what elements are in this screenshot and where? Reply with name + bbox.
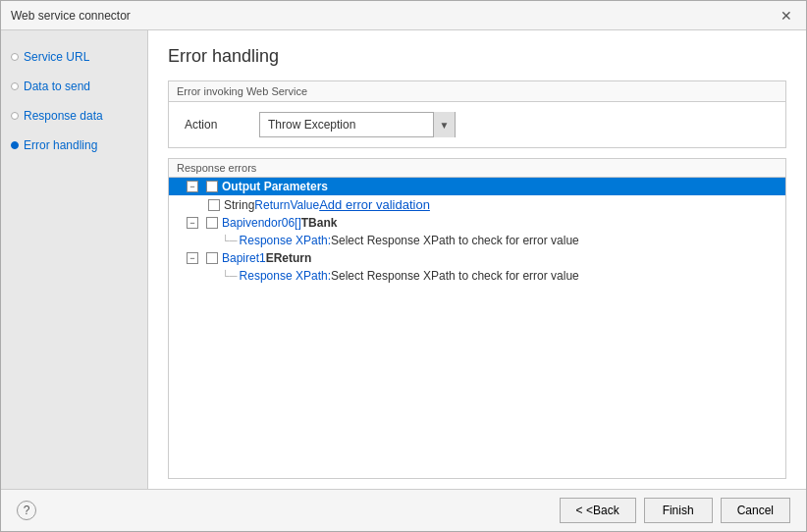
dialog-footer: ? < <Back Finish Cancel — [1, 489, 806, 531]
tree-row-ereturn-xpath: └─ Response XPath: Select Response XPath… — [169, 267, 785, 285]
label-return-value-blue: ReturnValue — [254, 198, 319, 212]
label-tbank-blue: Bapivendor06[] — [222, 216, 301, 230]
sidebar-item-error-handling[interactable]: Error handling — [11, 138, 137, 152]
label-return-value-prefix: String — [224, 198, 254, 212]
dialog-body: Service URL Data to send Response data E… — [1, 30, 806, 489]
expander-tbank[interactable]: − — [187, 217, 198, 229]
action-dropdown[interactable]: Throw Exception ▼ — [259, 112, 456, 137]
tree-row-tbank-xpath: └─ Response XPath: Select Response XPath… — [169, 232, 785, 249]
error-invoking-label: Error invoking Web Service — [169, 81, 785, 102]
label-ereturn-blue: Bapiret1 — [222, 251, 266, 265]
title-bar: Web service connector ✕ — [1, 1, 806, 30]
action-label: Action — [185, 118, 243, 132]
footer-left: ? — [17, 501, 552, 520]
label-tbank-xpath-italic: Response XPath: — [240, 234, 331, 247]
tree-row-output-parameters[interactable]: − Output Parameters — [169, 178, 785, 195]
checkbox-output-parameters[interactable] — [206, 181, 218, 192]
sidebar-label-error-handling: Error handling — [24, 138, 97, 152]
connector-ereturn: └─ — [222, 270, 238, 282]
expander-output-parameters[interactable]: − — [187, 181, 198, 192]
tree-row-ereturn[interactable]: − Bapiret1 EReturn — [169, 249, 785, 267]
response-errors-section: Response errors − Output Parameters — [168, 158, 786, 479]
add-error-validation-link[interactable]: Add error validation — [319, 197, 430, 212]
action-dropdown-arrow[interactable]: ▼ — [433, 112, 455, 137]
tree-row-tbank[interactable]: − Bapivendor06[] TBank — [169, 214, 785, 232]
back-button[interactable]: < <Back — [560, 498, 636, 523]
sidebar-item-service-url[interactable]: Service URL — [11, 50, 137, 64]
sidebar-label-response-data: Response data — [24, 109, 103, 123]
sidebar-item-response-data[interactable]: Response data — [11, 109, 137, 123]
checkbox-ereturn[interactable] — [206, 252, 218, 264]
action-row: Action Throw Exception ▼ — [169, 102, 785, 147]
main-content: Error handling Error invoking Web Servic… — [148, 30, 806, 489]
checkbox-tbank[interactable] — [206, 217, 218, 229]
sidebar: Service URL Data to send Response data E… — [1, 30, 148, 489]
sidebar-dot-error-handling — [11, 141, 19, 149]
tree-container[interactable]: − Output Parameters String ReturnValue A… — [169, 178, 785, 478]
label-tbank-bold: TBank — [301, 216, 338, 230]
sidebar-item-data-to-send[interactable]: Data to send — [11, 80, 137, 93]
label-ereturn-bold: EReturn — [266, 251, 312, 265]
page-title: Error handling — [168, 46, 786, 67]
sidebar-label-data-to-send: Data to send — [24, 80, 90, 93]
sidebar-label-service-url: Service URL — [24, 50, 89, 64]
label-ereturn-xpath-italic: Response XPath: — [240, 269, 331, 283]
cancel-button[interactable]: Cancel — [721, 498, 790, 523]
action-select-value: Throw Exception — [260, 118, 433, 132]
sidebar-dot-response-data — [11, 112, 19, 120]
dialog-title: Web service connector — [11, 9, 131, 23]
error-invoking-section: Error invoking Web Service Action Throw … — [168, 80, 786, 148]
label-output-parameters: Output Parameters — [222, 180, 328, 193]
close-button[interactable]: ✕ — [777, 6, 796, 26]
finish-button[interactable]: Finish — [644, 498, 713, 523]
checkbox-return-value[interactable] — [208, 199, 220, 211]
expander-ereturn[interactable]: − — [187, 252, 198, 264]
web-service-connector-dialog: Web service connector ✕ Service URL Data… — [0, 0, 807, 532]
help-button[interactable]: ? — [17, 501, 36, 520]
label-ereturn-xpath-value[interactable]: Select Response XPath to check for error… — [331, 269, 579, 283]
connector-tbank: └─ — [222, 235, 238, 246]
label-tbank-xpath-value[interactable]: Select Response XPath to check for error… — [331, 234, 579, 247]
sidebar-dot-service-url — [11, 53, 19, 61]
sidebar-dot-data-to-send — [11, 82, 19, 90]
response-errors-label: Response errors — [169, 159, 785, 178]
tree-row-return-value[interactable]: String ReturnValue Add error validation — [169, 195, 785, 214]
